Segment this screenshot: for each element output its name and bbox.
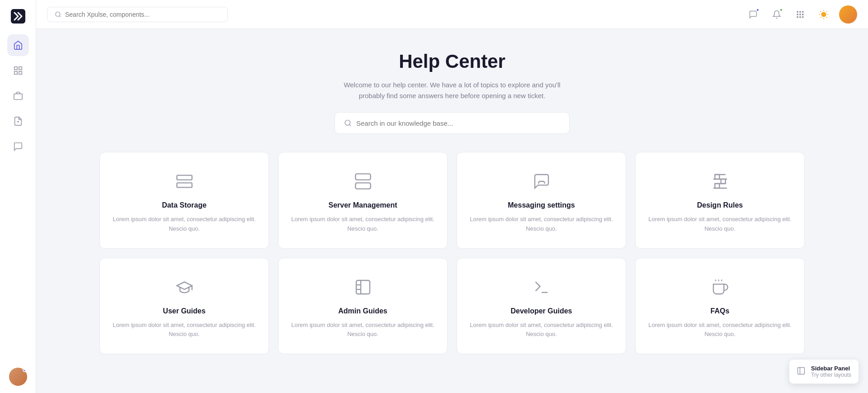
tooltip-title: Sidebar Panel xyxy=(811,365,851,372)
svg-rect-48 xyxy=(798,367,805,374)
card-title-server-management: Server Management xyxy=(328,201,397,209)
card-desc-server-management: Lorem ipsum dolor sit amet, consectetur … xyxy=(289,215,436,234)
svg-rect-5 xyxy=(14,94,22,99)
hero-section: Help Center Welcome to our help center. … xyxy=(99,51,805,134)
svg-line-8 xyxy=(59,15,61,17)
chat-dot xyxy=(756,8,760,12)
admin-icon xyxy=(352,276,374,298)
sidebar-item-dashboard[interactable] xyxy=(7,34,29,56)
sidebar-item-briefcase[interactable] xyxy=(7,85,29,107)
avatar-status-dot xyxy=(23,368,27,372)
sidebar-item-sticky[interactable] xyxy=(7,136,29,157)
card-desc-admin-guides: Lorem ipsum dolor sit amet, consectetur … xyxy=(289,321,436,340)
user-avatar-header[interactable] xyxy=(839,5,857,24)
header-search-icon xyxy=(55,11,61,18)
card-title-design-rules: Design Rules xyxy=(697,201,743,209)
grid-icon-button[interactable] xyxy=(792,6,808,23)
svg-rect-2 xyxy=(19,67,21,70)
svg-rect-30 xyxy=(177,175,192,180)
storage-icon xyxy=(174,170,195,192)
svg-rect-40 xyxy=(356,280,370,294)
card-server-management[interactable]: Server Management Lorem ipsum dolor sit … xyxy=(278,152,448,249)
svg-point-18 xyxy=(821,12,826,16)
card-title-faqs: FAQs xyxy=(711,307,730,315)
top-header xyxy=(36,0,868,29)
svg-point-14 xyxy=(802,14,804,15)
user-avatar-sidebar[interactable] xyxy=(9,368,27,386)
card-desc-messaging-settings: Lorem ipsum dolor sit amet, consectetur … xyxy=(468,215,615,234)
svg-point-16 xyxy=(800,16,801,18)
svg-point-7 xyxy=(56,12,60,16)
sun-icon-button[interactable] xyxy=(816,6,832,23)
svg-line-22 xyxy=(826,17,827,17)
svg-line-21 xyxy=(821,11,821,11)
svg-point-10 xyxy=(800,11,801,12)
card-desc-faqs: Lorem ipsum dolor sit amet, consectetur … xyxy=(646,321,793,340)
page-content: Help Center Welcome to our help center. … xyxy=(36,29,868,393)
svg-rect-38 xyxy=(721,179,725,184)
server-icon xyxy=(352,170,374,192)
svg-point-15 xyxy=(797,16,798,18)
hero-subtitle: Welcome to our help center. We have a lo… xyxy=(335,80,570,101)
sidebar-panel-tooltip[interactable]: Sidebar Panel Try other layouts xyxy=(789,359,859,384)
sidebar xyxy=(0,0,36,393)
svg-rect-34 xyxy=(355,183,370,189)
terminal-icon xyxy=(531,276,552,298)
svg-point-17 xyxy=(802,16,804,18)
card-title-messaging-settings: Messaging settings xyxy=(508,201,575,209)
header-search-input[interactable] xyxy=(65,11,220,18)
svg-point-13 xyxy=(800,14,801,15)
svg-rect-29 xyxy=(177,183,192,187)
bell-dot xyxy=(779,8,783,12)
card-messaging-settings[interactable]: Messaging settings Lorem ipsum dolor sit… xyxy=(457,152,626,249)
bell-icon-button[interactable] xyxy=(769,6,785,23)
design-icon xyxy=(709,170,731,192)
knowledge-search-input[interactable] xyxy=(356,119,560,127)
card-design-rules[interactable]: Design Rules Lorem ipsum dolor sit amet,… xyxy=(635,152,805,249)
card-title-developer-guides: Developer Guides xyxy=(510,307,572,315)
card-title-user-guides: User Guides xyxy=(163,307,205,315)
svg-rect-39 xyxy=(715,184,719,188)
card-desc-developer-guides: Lorem ipsum dolor sit amet, consectetur … xyxy=(468,321,615,340)
graduation-icon xyxy=(174,276,195,298)
svg-line-26 xyxy=(826,11,827,11)
tooltip-subtitle: Try other layouts xyxy=(811,372,851,378)
svg-rect-3 xyxy=(14,71,17,74)
card-desc-data-storage: Lorem ipsum dolor sit amet, consectetur … xyxy=(111,215,258,234)
svg-line-28 xyxy=(349,124,351,126)
header-search[interactable] xyxy=(47,7,228,22)
page-title: Help Center xyxy=(99,51,805,72)
svg-rect-33 xyxy=(355,174,370,180)
svg-rect-4 xyxy=(19,71,21,74)
app-logo[interactable] xyxy=(9,7,27,25)
coffee-icon xyxy=(709,276,731,298)
help-cards-grid: Data Storage Lorem ipsum dolor sit amet,… xyxy=(99,152,805,354)
svg-point-12 xyxy=(797,14,798,15)
svg-point-6 xyxy=(18,121,19,122)
sidebar-item-document[interactable] xyxy=(7,110,29,132)
chat-icon-button[interactable] xyxy=(745,6,761,23)
card-admin-guides[interactable]: Admin Guides Lorem ipsum dolor sit amet,… xyxy=(278,258,448,355)
card-title-admin-guides: Admin Guides xyxy=(338,307,387,315)
sidebar-item-grid[interactable] xyxy=(7,60,29,81)
card-data-storage[interactable]: Data Storage Lorem ipsum dolor sit amet,… xyxy=(99,152,269,249)
tooltip-text: Sidebar Panel Try other layouts xyxy=(811,365,851,378)
svg-line-25 xyxy=(821,17,821,17)
card-faqs[interactable]: FAQs Lorem ipsum dolor sit amet, consect… xyxy=(635,258,805,355)
svg-point-9 xyxy=(797,11,798,12)
header-actions xyxy=(745,5,857,24)
knowledge-search-icon xyxy=(344,119,352,127)
messaging-icon xyxy=(531,170,552,192)
svg-rect-1 xyxy=(14,67,17,70)
card-developer-guides[interactable]: Developer Guides Lorem ipsum dolor sit a… xyxy=(457,258,626,355)
card-user-guides[interactable]: User Guides Lorem ipsum dolor sit amet, … xyxy=(99,258,269,355)
card-title-data-storage: Data Storage xyxy=(162,201,207,209)
svg-point-11 xyxy=(802,11,804,12)
card-desc-user-guides: Lorem ipsum dolor sit amet, consectetur … xyxy=(111,321,258,340)
svg-point-27 xyxy=(345,120,350,125)
layout-icon xyxy=(797,366,806,377)
knowledge-search[interactable] xyxy=(335,112,570,134)
main-area: Help Center Welcome to our help center. … xyxy=(36,0,868,393)
svg-rect-37 xyxy=(715,175,719,179)
card-desc-design-rules: Lorem ipsum dolor sit amet, consectetur … xyxy=(646,215,793,234)
